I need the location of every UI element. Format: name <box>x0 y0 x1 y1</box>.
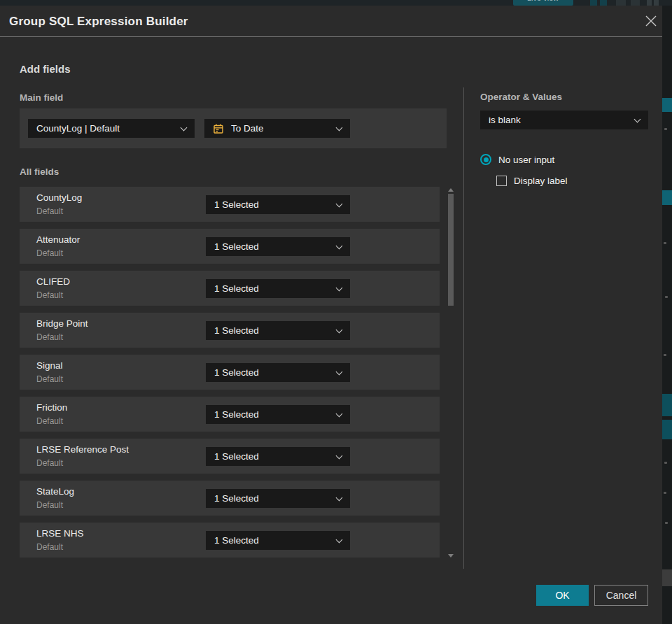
main-field-panel: CountyLog | Default To Date <box>20 108 447 148</box>
field-selection-dropdown[interactable]: 1 Selected <box>206 531 350 550</box>
backdrop-fragment <box>662 420 672 439</box>
backdrop-fragment <box>647 0 652 6</box>
field-row-countylog: CountyLog Default 1 Selected <box>20 187 440 222</box>
ok-button[interactable]: OK <box>536 585 589 606</box>
field-subtitle: Default <box>36 500 63 510</box>
field-name: LRSE Reference Post <box>36 444 129 455</box>
field-subtitle: Default <box>36 542 63 552</box>
field-name: Attenuator <box>36 234 80 245</box>
operator-select-value: is blank <box>489 115 521 125</box>
checkbox-icon <box>496 176 507 186</box>
field-selection-dropdown[interactable]: 1 Selected <box>206 447 350 466</box>
no-user-input-radio[interactable]: No user input <box>480 154 554 165</box>
backdrop-fragment <box>662 190 672 205</box>
chevron-down-icon <box>336 243 343 250</box>
field-row-friction: Friction Default 1 Selected <box>20 397 440 432</box>
field-name: CLIFED <box>36 276 70 287</box>
chevron-down-icon <box>336 369 343 376</box>
field-subtitle: Default <box>36 416 63 426</box>
live-view-label: Live view <box>527 0 559 2</box>
field-row-attenuator: Attenuator Default 1 Selected <box>20 229 440 264</box>
radio-icon <box>480 154 491 165</box>
backdrop-fragment <box>662 394 672 416</box>
no-user-input-label: No user input <box>498 155 554 165</box>
close-icon[interactable] <box>644 14 658 28</box>
field-name: StateLog <box>36 486 74 497</box>
cancel-button[interactable]: Cancel <box>594 585 648 606</box>
display-label-checkbox[interactable]: Display label <box>496 176 568 186</box>
main-field-select-value: CountyLog | Default <box>36 123 120 134</box>
field-subtitle: Default <box>36 374 63 384</box>
field-name: LRSE NHS <box>36 528 84 539</box>
field-name: Bridge Point <box>36 318 88 329</box>
field-subtitle: Default <box>36 248 63 258</box>
scrollbar-thumb[interactable] <box>448 194 454 306</box>
chevron-down-icon <box>634 116 641 123</box>
backdrop-fragment <box>662 98 672 112</box>
chevron-down-icon <box>336 327 343 334</box>
dialog-title: Group SQL Expression Builder <box>9 6 188 37</box>
all-fields-label: All fields <box>20 166 59 177</box>
calendar-icon <box>213 123 224 134</box>
backdrop-fragment <box>590 0 597 6</box>
chevron-down-icon <box>336 201 343 208</box>
field-name: CountyLog <box>36 192 82 203</box>
main-field-label: Main field <box>20 92 63 103</box>
backdrop-fragment <box>616 0 626 6</box>
add-fields-heading: Add fields <box>20 63 71 75</box>
field-row-lrse-reference-post: LRSE Reference Post Default 1 Selected <box>20 439 440 474</box>
chevron-down-icon <box>181 125 188 132</box>
scrollbar-up-arrow-icon[interactable] <box>448 188 454 192</box>
field-row-clifed: CLIFED Default 1 Selected <box>20 271 440 306</box>
field-selection-dropdown[interactable]: 1 Selected <box>206 279 350 298</box>
dialog-header: Group SQL Expression Builder <box>0 6 662 37</box>
field-subtitle: Default <box>36 206 63 216</box>
field-selection-dropdown[interactable]: 1 Selected <box>206 321 350 340</box>
field-subtitle: Default <box>36 332 63 342</box>
field-row-lrse-nhs: LRSE NHS Default 1 Selected <box>20 523 440 558</box>
field-selection-dropdown[interactable]: 1 Selected <box>206 363 350 382</box>
chevron-down-icon <box>336 125 343 132</box>
field-name: Signal <box>36 360 63 371</box>
field-selection-dropdown[interactable]: 1 Selected <box>206 237 350 256</box>
field-row-bridge-point: Bridge Point Default 1 Selected <box>20 313 440 348</box>
chevron-down-icon <box>336 537 343 544</box>
vertical-divider <box>463 87 464 569</box>
operator-values-heading: Operator & Values <box>480 92 562 102</box>
backdrop-fragment <box>662 569 672 586</box>
field-row-signal: Signal Default 1 Selected <box>20 355 440 390</box>
field-name: Friction <box>36 402 67 413</box>
field-selection-dropdown[interactable]: 1 Selected <box>206 489 350 508</box>
field-selection-dropdown[interactable]: 1 Selected <box>206 405 350 424</box>
field-selection-dropdown[interactable]: 1 Selected <box>206 195 350 214</box>
chevron-down-icon <box>336 411 343 418</box>
app-backdrop-right <box>662 6 672 624</box>
chevron-down-icon <box>336 285 343 292</box>
backdrop-fragment <box>654 0 659 6</box>
chevron-down-icon <box>336 453 343 460</box>
all-fields-list: CountyLog Default 1 Selected Attenuator … <box>20 187 440 565</box>
live-view-button[interactable]: Live view <box>513 0 573 6</box>
field-type-select[interactable]: To Date <box>204 119 350 138</box>
operator-select[interactable]: is blank <box>480 111 648 129</box>
field-subtitle: Default <box>36 458 63 468</box>
scrollbar-down-arrow-icon[interactable] <box>448 554 454 558</box>
backdrop-fragment <box>600 0 607 6</box>
chevron-down-icon <box>336 495 343 502</box>
backdrop-fragment <box>631 0 640 6</box>
field-row-statelog: StateLog Default 1 Selected <box>20 481 440 516</box>
app-backdrop-top: Live view <box>0 0 672 6</box>
display-label-label: Display label <box>514 176 568 186</box>
field-type-select-value: To Date <box>231 123 264 134</box>
group-sql-expression-builder-dialog: Group SQL Expression Builder Add fields … <box>0 6 662 624</box>
main-field-select[interactable]: CountyLog | Default <box>28 119 195 138</box>
field-subtitle: Default <box>36 290 63 300</box>
